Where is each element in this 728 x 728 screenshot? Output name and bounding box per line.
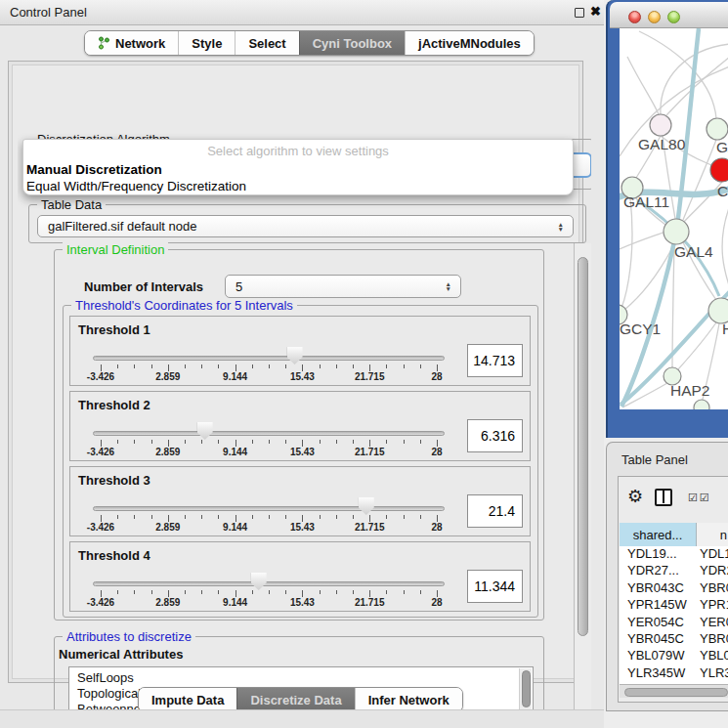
network-node-unlabeled[interactable] — [694, 400, 709, 409]
major-tick — [236, 590, 236, 597]
tab-impute-data[interactable]: Impute Data — [139, 688, 236, 711]
threshold-slider-track[interactable] — [93, 581, 445, 586]
table-row[interactable]: YDR27...YDR2 — [620, 563, 728, 579]
number-of-intervals-combobox[interactable]: 5 ▲▼ — [225, 275, 461, 298]
close-traffic-light[interactable] — [628, 11, 641, 23]
tab-label: Infer Network — [368, 693, 450, 707]
control-panel-titlebar: Control Panel ✖ — [0, 0, 604, 25]
minor-tick — [201, 364, 202, 368]
major-tick — [101, 590, 102, 597]
minor-tick — [420, 590, 421, 594]
cell-name: YER0 — [700, 615, 728, 629]
network-icon — [98, 36, 110, 50]
tab-discretize-data[interactable]: Discretize Data — [236, 688, 354, 711]
network-node-c[interactable] — [710, 158, 728, 182]
dropdown-option-manual[interactable]: Manual Discretization — [25, 162, 571, 177]
tick-label: 15.43 — [290, 522, 315, 533]
table-horizontal-scrollbar[interactable] — [620, 684, 728, 698]
close-icon[interactable]: ✖ — [590, 4, 601, 19]
list-scrollbar[interactable] — [519, 668, 532, 710]
bottom-strip — [0, 709, 604, 728]
table-row[interactable]: YBR045CYBR0 — [620, 631, 728, 648]
network-window-titlebar[interactable] — [610, 2, 728, 28]
threshold-value-field[interactable]: 6.316 — [467, 419, 523, 452]
cell-shared-name: YBR043C — [627, 580, 684, 595]
threshold-slider-thumb[interactable] — [197, 422, 213, 440]
tick-label: -3.426 — [87, 522, 114, 533]
tab-infer-network[interactable]: Infer Network — [355, 688, 462, 711]
table-row[interactable]: YLR345WYLR3 — [620, 665, 728, 682]
major-tick — [101, 515, 102, 522]
tick-label: 28 — [431, 522, 442, 533]
panel-scrollbar-thumb[interactable] — [578, 257, 588, 636]
tab-label: Impute Data — [151, 693, 224, 707]
column-header-name[interactable]: n — [697, 523, 728, 546]
minor-tick — [285, 590, 286, 594]
threshold-slider-thumb[interactable] — [251, 573, 267, 590]
threshold-value-field[interactable]: 21.4 — [467, 494, 523, 528]
table-row[interactable]: YDL19...YDL1 — [620, 546, 728, 563]
table-hscrollbar-thumb[interactable] — [624, 688, 728, 697]
float-window-icon[interactable] — [575, 8, 584, 18]
split-columns-icon[interactable] — [655, 489, 672, 506]
tick-label: 2.859 — [155, 597, 180, 608]
minor-tick — [420, 440, 421, 444]
threshold-value-field[interactable]: 11.344 — [467, 570, 523, 603]
table-body[interactable]: YDL19...YDL1YDR27...YDR2YBR043CYBR0YPR14… — [620, 546, 728, 684]
major-tick — [437, 364, 438, 371]
threshold-slider-track[interactable] — [93, 431, 445, 436]
tick-label: 21.715 — [355, 447, 385, 457]
minor-tick — [151, 440, 152, 444]
minor-tick — [404, 590, 405, 594]
threshold-slider-thumb[interactable] — [359, 497, 374, 515]
node-label-hap2: HAP2 — [670, 382, 710, 399]
minor-tick — [285, 364, 286, 368]
minor-tick — [134, 364, 135, 368]
table-row[interactable]: YBR043CYBR0 — [620, 580, 728, 597]
minor-tick — [386, 590, 387, 594]
attribute-item-selfloops[interactable]: SelfLoops — [77, 670, 134, 686]
group-title: Interval Definition — [63, 242, 168, 257]
cell-name: YBR0 — [700, 580, 728, 595]
threshold-value-field[interactable]: 14.713 — [467, 344, 523, 377]
threshold-slider-track[interactable] — [93, 356, 445, 361]
table-row[interactable]: YBL079WYBL0 — [620, 648, 728, 664]
table-data-combobox[interactable]: galFiltered.sif default node ▲▼ — [37, 215, 574, 237]
table-header-row: shared... n — [620, 523, 728, 546]
minor-tick — [353, 364, 354, 368]
tick-label: 2.859 — [155, 522, 180, 533]
table-row[interactable]: YPR145WYPR1 — [620, 597, 728, 614]
minor-tick — [185, 590, 186, 594]
zoom-traffic-light[interactable] — [667, 11, 680, 23]
table-row[interactable]: YER054CYER0 — [620, 615, 728, 631]
network-node-gal4[interactable] — [664, 219, 689, 244]
list-scrollbar-thumb[interactable] — [522, 670, 531, 707]
tab-style[interactable]: Style — [178, 31, 235, 55]
dropdown-option-equal-width[interactable]: Equal Width/Frequency Discretization — [25, 179, 571, 193]
tab-cyni-toolbox[interactable]: Cyni Toolbox — [299, 31, 405, 55]
tab-network[interactable]: Network — [85, 31, 178, 55]
minimize-traffic-light[interactable] — [648, 11, 661, 23]
gear-icon[interactable]: ⚙ — [627, 486, 643, 507]
minor-tick — [218, 515, 219, 519]
minor-tick — [218, 364, 219, 368]
network-node-gal80[interactable] — [650, 114, 671, 136]
number-of-intervals-value: 5 — [236, 279, 242, 294]
threshold-slider-track[interactable] — [93, 506, 445, 511]
tab-select[interactable]: Select — [235, 31, 298, 55]
column-header-shared-name[interactable]: shared... — [620, 523, 697, 546]
threshold-panel-1: Threshold 1-3.4262.8599.14415.4321.71528… — [69, 316, 531, 386]
tab-jactivemnodules[interactable]: jActiveMNodules — [405, 31, 534, 55]
checkboxes-icon[interactable]: ☑☑ — [688, 492, 711, 504]
minor-tick — [320, 364, 321, 368]
network-canvas[interactable]: GAL80GACGAL11GAL4GCY1HHAP2 — [620, 28, 728, 409]
minor-tick — [269, 364, 270, 368]
network-node-ga[interactable] — [707, 118, 728, 140]
network-thick-edges — [620, 28, 728, 407]
threshold-slider-thumb[interactable] — [287, 347, 303, 364]
minor-tick — [285, 515, 286, 519]
minor-tick — [269, 590, 270, 594]
panel-scrollbar[interactable] — [574, 243, 591, 710]
cell-name: YDR2 — [700, 563, 728, 578]
major-tick — [302, 440, 303, 447]
